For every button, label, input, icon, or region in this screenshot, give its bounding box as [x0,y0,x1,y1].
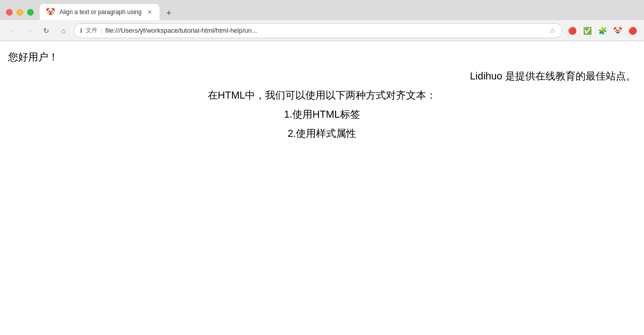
browser-chrome: 🤡 Align a text or paragraph using ✕ + ← … [0,0,644,41]
back-button[interactable]: ← [5,24,19,38]
ext-puzzle-icon[interactable]: 🧩 [596,24,609,37]
page-content: 您好用户！ Lidihuo 是提供在线教育的最佳站点。 在HTML中，我们可以使… [0,41,644,335]
address-bar[interactable]: ℹ 文件 | file:///Users/yf/workspace/tutori… [73,23,562,38]
close-button[interactable] [6,9,13,16]
center-intro-text: 在HTML中，我们可以使用以下两种方式对齐文本： [8,88,636,103]
reload-button[interactable]: ↻ [39,24,53,38]
title-bar: 🤡 Align a text or paragraph using ✕ + [0,0,644,20]
tab-title: Align a text or paragraph using [59,9,141,16]
url-text: file:///Users/yf/workspace/tutorial-html… [105,27,546,34]
minimize-button[interactable] [17,9,23,16]
file-label: 文件 [86,26,98,35]
navigation-bar: ← → ↻ ⌂ ℹ 文件 | file:///Users/yf/workspac… [0,20,644,41]
tabs-container: 🤡 Align a text or paragraph using ✕ + [40,4,638,20]
home-button[interactable]: ⌂ [56,24,70,38]
item1-text: 1.使用HTML标签 [8,107,636,122]
address-separator: | [101,27,102,34]
security-info-icon[interactable]: ℹ [80,27,83,34]
new-tab-button[interactable]: + [162,6,176,20]
ext-alert-icon[interactable]: 🔴 [626,24,639,37]
ext-red-icon[interactable]: 🔴 [566,24,579,37]
forward-button[interactable]: → [22,24,36,38]
item2-text: 2.使用样式属性 [8,126,636,141]
ext-checkmark-icon[interactable]: ✅ [581,24,594,37]
ext-avatar-icon[interactable]: 🤡 [611,24,624,37]
greeting-text: 您好用户！ [8,49,636,64]
maximize-button[interactable] [27,9,34,16]
traffic-lights [6,9,34,16]
active-tab[interactable]: 🤡 Align a text or paragraph using ✕ [40,4,159,20]
bookmark-star-icon[interactable]: ☆ [549,27,556,35]
tab-favicon: 🤡 [46,8,55,17]
extensions-area: 🔴 ✅ 🧩 🤡 🔴 [566,24,639,37]
tab-close-button[interactable]: ✕ [145,8,153,16]
right-aligned-text: Lidihuo 是提供在线教育的最佳站点。 [8,68,636,83]
